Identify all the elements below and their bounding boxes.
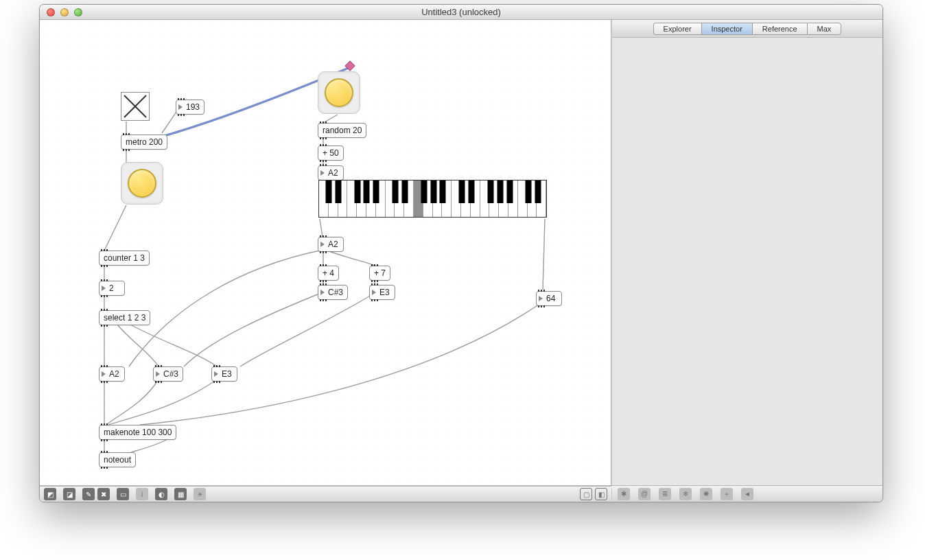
plus4-object[interactable]: + 4 [318,266,339,281]
object-text: select 1 2 3 [104,313,145,323]
black-key[interactable] [335,180,341,203]
window-bottombar: ◩ ◪ ✎ ✖ ▭ i ◐ ▦ ☀ ▢ ◧ ✱ @ ≣ ❄ ✺ ＋ ◄ [40,485,882,502]
number-value: 193 [186,102,200,112]
object-text: + 50 [323,148,339,158]
object-text: metro 200 [126,137,163,147]
plus50-object[interactable]: + 50 [318,145,344,161]
back-icon[interactable]: ◄ [741,488,753,500]
makenote-object[interactable]: makenote 100 300 [99,425,176,440]
window-title: Untitled3 (unlocked) [40,7,882,17]
black-key[interactable] [354,180,360,203]
number-value: A2 [109,369,119,379]
zoomfit-icon[interactable]: ▢ [580,488,592,500]
zoom-icon[interactable]: ◧ [595,488,607,500]
number-value: 2 [109,283,114,293]
number-value: E3 [379,288,390,297]
attr-icon[interactable]: @ [638,488,651,500]
noteout-object[interactable]: noteout [99,452,136,467]
bang-icon [128,169,156,198]
black-key[interactable] [430,180,436,203]
black-key[interactable] [469,180,475,203]
black-key[interactable] [440,180,446,203]
sidebar: Explorer Inspector Reference Max [611,20,882,485]
black-key[interactable] [506,180,513,203]
number-value: C#3 [163,369,178,379]
all-icon[interactable]: ✺ [700,488,712,500]
number-value: A2 [328,168,338,178]
zoom-icon[interactable] [74,8,82,16]
recv-box-a2[interactable]: A2 [99,366,125,382]
audio-icon[interactable]: ◐ [155,488,167,500]
number-value: 64 [546,294,555,303]
counter-object[interactable]: counter 1 3 [99,250,150,266]
black-key[interactable] [325,180,331,203]
patcher-toolbar: ◩ ◪ ✎ ✖ ▭ i ◐ ▦ ☀ ▢ ◧ [40,486,611,502]
object-text: + 4 [323,268,334,278]
titlebar: Untitled3 (unlocked) [40,5,882,20]
object-text: counter 1 3 [104,253,145,263]
layout-icon[interactable]: ≣ [659,488,671,500]
newobj-icon[interactable]: ◪ [63,488,75,500]
number-value: A2 [328,240,338,249]
basic-icon[interactable]: ❄ [679,488,692,500]
recv-box-cs3[interactable]: C#3 [153,366,183,382]
number-box-193[interactable]: 193 [176,100,204,115]
bang-button-right[interactable] [318,71,360,114]
black-key[interactable] [526,180,532,203]
black-key[interactable] [393,180,399,203]
note-box-e3[interactable]: E3 [369,285,395,300]
minimize-icon[interactable] [60,8,69,16]
random-object[interactable]: random 20 [318,123,366,138]
black-key[interactable] [421,180,427,203]
number-value: E3 [222,369,232,379]
black-key[interactable] [364,180,370,203]
object-text: noteout [104,455,131,465]
tab-reference[interactable]: Reference [752,23,807,35]
debug-icon[interactable]: ☀ [194,488,206,500]
black-key[interactable] [401,180,408,203]
select-object[interactable]: select 1 2 3 [99,310,150,325]
tab-max[interactable]: Max [807,23,842,35]
tab-explorer[interactable]: Explorer [653,23,701,35]
close-icon[interactable] [47,8,55,16]
number-box-64[interactable]: 64 [536,291,562,306]
kslider-keyboard[interactable] [318,180,547,218]
info-icon[interactable]: i [136,488,148,500]
sidebar-tabbar: Explorer Inspector Reference Max [612,20,882,38]
plus-icon[interactable]: ＋ [721,488,733,500]
black-key[interactable] [487,180,493,203]
note-box-a2-top[interactable]: A2 [318,165,344,180]
comment-icon[interactable]: ▭ [117,488,129,500]
sidebar-toolbar: ✱ @ ≣ ❄ ✺ ＋ ◄ [611,488,882,500]
black-key[interactable] [535,180,541,203]
lock-icon[interactable]: ◩ [44,488,56,500]
toggle-object[interactable] [121,92,150,121]
tab-inspector[interactable]: Inspector [701,23,752,35]
black-key[interactable] [459,180,465,203]
number-box-2[interactable]: 2 [99,281,125,296]
patcher-canvas[interactable]: 193 metro 200 random 20 + 50 [40,20,611,485]
traffic-lights [40,8,82,16]
note-box-a2-mid[interactable]: A2 [318,237,344,252]
freeze-icon[interactable]: ✱ [618,488,630,500]
bang-button-left[interactable] [121,162,163,205]
sidebar-content [612,38,882,485]
patching-icon[interactable]: ✖ [97,488,110,500]
plus7-object[interactable]: + 7 [369,266,390,281]
recv-box-e3[interactable]: E3 [211,366,237,382]
presentation-icon[interactable]: ✎ [82,488,95,500]
metro-object[interactable]: metro 200 [121,135,167,150]
note-box-cs3[interactable]: C#3 [318,285,348,300]
object-text: makenote 100 300 [104,428,172,437]
black-key[interactable] [373,180,379,203]
grid-icon[interactable]: ▦ [174,488,187,500]
number-value: C#3 [328,288,343,297]
object-text: + 7 [374,268,386,278]
black-key[interactable] [497,180,503,203]
svg-rect-0 [345,61,355,71]
object-text: random 20 [323,126,362,135]
app-window: Untitled3 (unlocked) [39,4,883,502]
bang-icon [325,78,353,107]
